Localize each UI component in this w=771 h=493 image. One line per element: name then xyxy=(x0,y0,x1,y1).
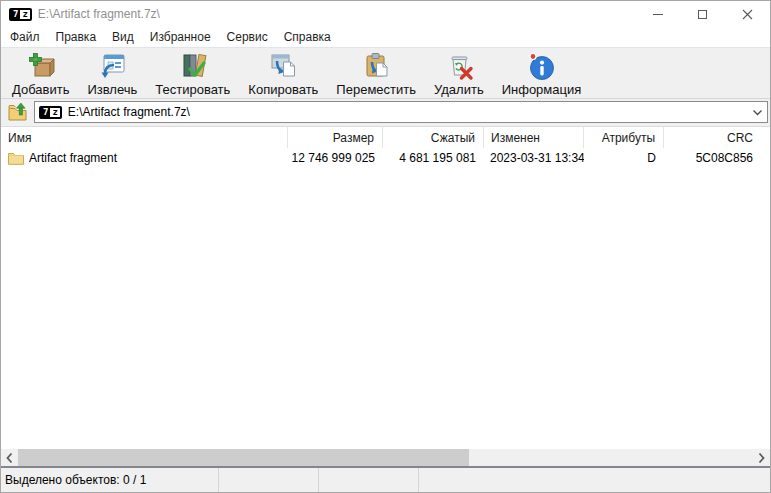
file-list-panel: Имя Размер Сжатый Изменен Атрибуты CRC A… xyxy=(1,127,770,466)
extract-button[interactable]: Извлечь xyxy=(79,48,145,98)
info-button-label: Информация xyxy=(502,82,582,97)
test-icon xyxy=(177,50,209,82)
list-empty-area[interactable] xyxy=(1,168,770,449)
menu-favorites[interactable]: Избранное xyxy=(142,28,219,46)
copy-button-label: Копировать xyxy=(248,82,318,97)
menu-help[interactable]: Справка xyxy=(276,28,339,46)
chevron-down-icon xyxy=(752,109,763,116)
row-name-label: Artifact fragment xyxy=(29,151,117,165)
delete-button-label: Удалить xyxy=(434,82,484,97)
menu-bar: Файл Правка Вид Избранное Сервис Справка xyxy=(1,27,770,47)
up-one-level-button[interactable] xyxy=(3,100,31,124)
row-crc-cell: 5C08C856 xyxy=(664,148,770,168)
address-bar: 7z E:\Artifact fragment.7z\ xyxy=(1,99,770,127)
column-header-modified[interactable]: Изменен xyxy=(484,127,584,148)
toolbar: Добавить Извлечь xyxy=(1,47,770,99)
address-path-value: E:\Artifact fragment.7z\ xyxy=(68,105,748,119)
folder-up-icon xyxy=(7,102,28,123)
test-button[interactable]: Тестировать xyxy=(147,48,238,98)
move-button-label: Переместить xyxy=(336,82,416,97)
column-header-attributes[interactable]: Атрибуты xyxy=(584,127,664,148)
row-name-cell: Artifact fragment xyxy=(1,148,288,168)
row-packed-cell: 4 681 195 081 xyxy=(383,148,484,168)
maximize-icon xyxy=(698,10,707,19)
title-bar: 7z E:\Artifact fragment.7z\ xyxy=(1,1,770,27)
column-header-name[interactable]: Имя xyxy=(1,127,288,148)
copy-button[interactable]: Копировать xyxy=(240,48,326,98)
chevron-right-icon xyxy=(757,452,766,464)
menu-file[interactable]: Файл xyxy=(2,28,48,46)
scroll-left-button[interactable] xyxy=(1,449,18,466)
row-size-cell: 12 746 999 025 xyxy=(288,148,383,168)
minimize-icon xyxy=(653,14,663,15)
maximize-button[interactable] xyxy=(680,1,725,27)
delete-icon xyxy=(443,50,475,82)
extract-icon xyxy=(96,50,128,82)
status-panel-3 xyxy=(319,468,419,492)
address-dropdown-button[interactable] xyxy=(752,109,763,116)
move-button[interactable]: Переместить xyxy=(328,48,424,98)
chevron-left-icon xyxy=(5,452,14,464)
address-7z-icon: 7z xyxy=(39,106,62,119)
column-header-size[interactable]: Размер xyxy=(288,127,383,148)
menu-tools[interactable]: Сервис xyxy=(219,28,276,46)
test-button-label: Тестировать xyxy=(155,82,230,97)
status-panel-2 xyxy=(219,468,319,492)
close-icon xyxy=(742,9,753,20)
menu-view[interactable]: Вид xyxy=(104,28,142,46)
extract-button-label: Извлечь xyxy=(87,82,137,97)
status-bar: Выделено объектов: 0 / 1 xyxy=(1,468,770,492)
add-button-label: Добавить xyxy=(12,82,69,97)
scroll-right-button[interactable] xyxy=(753,449,770,466)
column-header-crc[interactable]: CRC xyxy=(664,127,770,148)
status-selected-count: Выделено объектов: 0 / 1 xyxy=(1,468,219,492)
copy-icon xyxy=(267,50,299,82)
add-archive-icon xyxy=(25,50,57,82)
menu-edit[interactable]: Правка xyxy=(48,28,105,46)
address-combobox[interactable]: 7z E:\Artifact fragment.7z\ xyxy=(34,101,768,123)
info-icon xyxy=(525,50,557,82)
window-controls xyxy=(635,1,770,27)
scrollbar-track[interactable] xyxy=(18,449,753,466)
add-button[interactable]: Добавить xyxy=(4,48,77,98)
minimize-button[interactable] xyxy=(635,1,680,27)
list-header-row: Имя Размер Сжатый Изменен Атрибуты CRC xyxy=(1,127,770,148)
status-panel-4 xyxy=(419,468,770,492)
row-attributes-cell: D xyxy=(584,148,664,168)
horizontal-scrollbar[interactable] xyxy=(1,449,770,466)
folder-icon xyxy=(8,151,24,165)
delete-button[interactable]: Удалить xyxy=(426,48,492,98)
move-icon xyxy=(360,50,392,82)
column-header-packed[interactable]: Сжатый xyxy=(383,127,484,148)
table-row[interactable]: Artifact fragment 12 746 999 025 4 681 1… xyxy=(1,148,770,168)
window-title: E:\Artifact fragment.7z\ xyxy=(38,7,635,21)
row-modified-cell: 2023-03-31 13:34 xyxy=(484,148,584,168)
info-button[interactable]: Информация xyxy=(494,48,590,98)
close-button[interactable] xyxy=(725,1,770,27)
7zip-window: 7z E:\Artifact fragment.7z\ Файл Правка … xyxy=(0,0,771,493)
app-7z-icon: 7z xyxy=(9,8,32,21)
scrollbar-thumb[interactable] xyxy=(18,449,469,466)
